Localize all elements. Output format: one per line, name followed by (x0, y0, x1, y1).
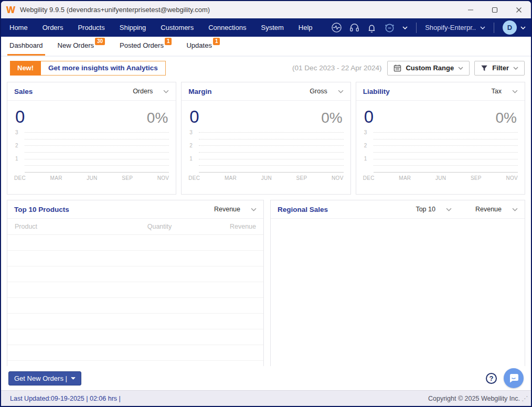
chevron-down-icon (338, 90, 344, 93)
x-tick: NOV (332, 175, 344, 181)
margin-value: 0 (189, 107, 199, 127)
menu-help[interactable]: Help (291, 24, 320, 31)
column-revenue: Revenue (196, 223, 256, 230)
x-tick: DEC (363, 175, 375, 181)
store-selector-dropdown[interactable]: Shopify-Enterpr.. (425, 24, 485, 31)
margin-percent: 0% (321, 110, 342, 126)
custom-range-dropdown[interactable]: Custom Range (387, 61, 470, 76)
top-products-metric-dropdown[interactable]: Revenue (214, 206, 257, 213)
chevron-down-icon (512, 208, 518, 211)
posted-orders-count-badge: 1 (165, 38, 172, 45)
activity-pulse-icon[interactable] (331, 22, 342, 33)
menu-home[interactable]: Home (6, 24, 35, 31)
new-label: New! (10, 61, 41, 76)
filter-label: Filter (492, 64, 509, 72)
new-orders-count-badge: 30 (95, 38, 105, 45)
table-row (7, 329, 263, 345)
tab-updates[interactable]: Updates 1 (184, 37, 222, 56)
regional-metric-dropdown[interactable]: Revenue (475, 206, 518, 213)
tab-posted-orders[interactable]: Posted Orders 1 (118, 37, 174, 56)
filter-funnel-icon (481, 65, 488, 72)
x-tick: SEP (471, 175, 482, 181)
y-tick: 3 (15, 130, 18, 135)
calendar-icon (393, 64, 401, 72)
menu-connections[interactable]: Connections (201, 24, 253, 31)
chat-widget-icon[interactable] (504, 368, 524, 388)
liability-metric-dropdown[interactable]: Tax (492, 88, 518, 95)
top-products-metric-value: Revenue (214, 206, 240, 213)
updates-count-badge: 1 (213, 38, 220, 45)
close-button[interactable] (507, 1, 531, 18)
margin-metric-dropdown[interactable]: Gross (310, 88, 343, 95)
liability-percent: 0% (496, 110, 517, 126)
notifications-bell-icon[interactable] (367, 23, 377, 33)
table-row (7, 298, 263, 314)
menu-products[interactable]: Products (70, 24, 112, 31)
minimize-button[interactable] (459, 1, 483, 18)
x-tick: SEP (122, 175, 133, 181)
resize-grip[interactable]: ⋰ (522, 395, 528, 402)
last-updated-label: Last Updated:09-19-2025 | 02:06 hrs | (10, 395, 121, 402)
scheduler-chevron-down-icon[interactable] (402, 26, 408, 29)
tab-label: Posted Orders (120, 41, 164, 49)
scheduler-alarm-icon[interactable] (384, 22, 396, 34)
store-chevron-down-icon (480, 26, 485, 29)
top-products-table-header: Product Quantity Revenue (7, 219, 263, 235)
tab-label: Updates (186, 41, 211, 49)
menu-system[interactable]: System (253, 24, 291, 31)
analytics-promo: New! Get more insights with Analytics (10, 61, 166, 76)
regional-sales-card: Regional Sales Top 10 Revenue (270, 200, 525, 366)
sales-mini-chart: 3 2 1 DEC MAR JUN SEP NOV (14, 132, 169, 194)
tab-label: Dashboard (9, 41, 43, 49)
get-new-orders-button[interactable]: Get New Orders | (8, 371, 81, 385)
liability-metric-value: Tax (492, 88, 502, 95)
chevron-down-icon (512, 90, 518, 93)
analytics-insights-button[interactable]: Get more insights with Analytics (41, 61, 166, 76)
x-tick: NOV (157, 175, 169, 181)
window-controls (459, 1, 531, 18)
sales-percent: 0% (147, 110, 168, 126)
x-tick: JUN (435, 175, 446, 181)
tab-dashboard[interactable]: Dashboard (7, 37, 45, 56)
top-products-title: Top 10 Products (14, 206, 69, 213)
sales-card-title: Sales (14, 88, 33, 95)
sales-metric-dropdown[interactable]: Orders (133, 88, 169, 95)
chevron-down-icon (163, 90, 169, 93)
liability-card-title: Liability (363, 88, 390, 95)
tab-new-orders[interactable]: New Orders 30 (56, 37, 107, 56)
regional-top-dropdown[interactable]: Top 10 (416, 206, 452, 213)
tab-label: New Orders (58, 41, 94, 49)
regional-sales-title: Regional Sales (278, 206, 328, 213)
chevron-down-icon (446, 208, 452, 211)
table-row (7, 251, 263, 266)
action-row: Get New Orders | ? (1, 366, 531, 390)
y-tick: 3 (189, 130, 193, 135)
liability-value: 0 (364, 107, 374, 127)
title-bar: W Webgility 9.9.5 (devendras+unifyenterp… (1, 1, 531, 18)
menu-shipping[interactable]: Shipping (112, 24, 154, 31)
help-icon[interactable]: ? (486, 373, 497, 384)
maximize-button[interactable] (483, 1, 507, 18)
dashboard-content: Sales Orders 0 0% 3 2 1 (1, 79, 531, 366)
x-tick: JUN (261, 175, 272, 181)
y-tick: 1 (15, 156, 18, 162)
menu-customers[interactable]: Customers (153, 24, 201, 31)
y-tick: 1 (364, 156, 367, 162)
support-headset-icon[interactable] (349, 22, 360, 33)
y-tick: 2 (364, 143, 367, 148)
table-row (7, 282, 263, 298)
x-tick: JUN (87, 175, 97, 181)
x-tick: DEC (14, 175, 26, 181)
column-product: Product (15, 223, 123, 230)
menu-orders[interactable]: Orders (35, 24, 71, 31)
x-tick: MAR (225, 175, 237, 181)
sales-value: 0 (15, 107, 25, 127)
filter-dropdown[interactable]: Filter (474, 61, 525, 76)
table-row (7, 266, 263, 282)
column-quantity: Quantity (123, 223, 196, 230)
dashboard-toolbar: New! Get more insights with Analytics (0… (1, 57, 531, 79)
y-tick: 2 (15, 143, 18, 148)
user-menu[interactable]: D (503, 20, 526, 35)
get-new-orders-label: Get New Orders | (14, 374, 67, 382)
window-title: Webgility 9.9.5 (devendras+unifyenterpri… (20, 6, 210, 14)
